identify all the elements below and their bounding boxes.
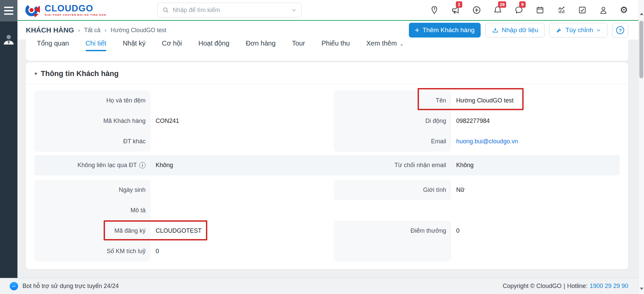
breadcrumb-item-all[interactable]: Tất cả <box>84 27 101 34</box>
help-button[interactable]: ? <box>612 23 628 38</box>
quick-add-icon[interactable] <box>472 5 481 15</box>
header-icons: ? 2 <box>430 5 629 15</box>
section-header-customer-info[interactable]: ▾ Thông tin Khách hàng <box>26 62 628 84</box>
tab-tong-quan[interactable]: Tổng quan <box>37 40 69 51</box>
breadcrumb-bar: KHÁCH HÀNG › Tất cả › Hường CloudGO test… <box>17 21 644 40</box>
settings-gear-icon[interactable]: ⚙ <box>620 5 629 15</box>
wrench-icon <box>556 27 562 33</box>
profile-person-icon[interactable] <box>599 5 608 15</box>
notifications-bell-icon[interactable]: 28 <box>493 5 502 15</box>
vertical-scrollbar[interactable] <box>638 0 644 294</box>
field-value-ten: Hường CloudGO test <box>451 90 620 111</box>
sidebar <box>0 0 17 278</box>
calendar-icon[interactable] <box>535 5 545 15</box>
customer-fields-grid: Họ và tên đệm Tên Hường CloudGO test Mã … <box>34 90 620 262</box>
search-scope-chevron-icon[interactable] <box>291 7 297 13</box>
cloudgo-logo[interactable]: CLOUDGO GIẢI PHÁP CHUYỂN ĐỔI SỐ TINH GỌN <box>24 2 106 18</box>
field-label: Di động <box>334 111 451 131</box>
hamburger-menu-icon[interactable] <box>0 0 17 21</box>
download-icon <box>492 27 499 34</box>
breadcrumb-module[interactable]: KHÁCH HÀNG <box>26 26 74 34</box>
main-area: CLOUDGO GIẢI PHÁP CHUYỂN ĐỔI SỐ TINH GỌN <box>17 0 644 278</box>
section-divider <box>26 84 628 84</box>
field-value: 0982277984 <box>451 111 620 131</box>
field-label: Điểm thưởng <box>334 221 451 262</box>
support-bot-launcher[interactable]: Bot hỗ trợ sử dụng trực tuyến 24/24 <box>9 282 119 291</box>
field-label: Mô tả <box>34 200 151 221</box>
tab-tour[interactable]: Tour <box>292 40 305 51</box>
field-value: Không <box>451 155 620 175</box>
search-icon <box>162 7 169 13</box>
cloudgo-logo-icon <box>24 2 41 18</box>
field-value <box>151 200 319 221</box>
footer-divider: | <box>564 283 565 290</box>
field-label: Tên <box>334 90 451 111</box>
user-avatar[interactable] <box>3 33 15 45</box>
field-label: Mã đăng ký <box>34 221 151 241</box>
tab-hoat-dong[interactable]: Hoạt động <box>199 40 229 51</box>
chevron-down-icon <box>596 28 601 33</box>
field-value <box>151 180 319 200</box>
field-value: 0 <box>151 241 319 262</box>
checkin-location-icon[interactable]: ? <box>430 5 439 15</box>
announcements-badge: 2 <box>456 1 462 8</box>
messages-badge: 9 <box>519 1 526 8</box>
breadcrumb-separator: › <box>104 26 106 34</box>
customize-button[interactable]: Tùy chỉnh <box>549 23 607 38</box>
support-bot-label: Bot hỗ trợ sử dụng trực tuyến 24/24 <box>22 283 119 290</box>
tab-don-hang[interactable]: Đơn hàng <box>246 40 276 51</box>
field-label: Từ chối nhận email <box>334 155 451 175</box>
tab-nhat-ky[interactable]: Nhật ký <box>123 40 146 51</box>
record-actions: + Thêm Khách hàng Nhập dữ liệu Tùy chỉnh <box>409 23 629 38</box>
customize-label: Tùy chỉnh <box>566 26 593 34</box>
field-label: Họ và tên đệm <box>34 90 151 111</box>
scrollbar-down-arrow[interactable] <box>640 288 643 290</box>
info-icon[interactable]: i <box>139 162 146 168</box>
tab-phieu-thu[interactable]: Phiếu thu <box>321 40 350 51</box>
add-customer-button[interactable]: + Thêm Khách hàng <box>409 23 481 38</box>
logo-tagline: GIẢI PHÁP CHUYỂN ĐỔI SỐ TINH GỌN <box>45 13 106 16</box>
reports-chart-icon[interactable] <box>556 5 566 15</box>
field-value: CON241 <box>151 111 319 131</box>
footer: Bot hỗ trợ sử dụng trực tuyến 24/24 Copy… <box>0 278 644 294</box>
notifications-badge: 28 <box>498 1 506 8</box>
tab-co-hoi[interactable]: Cơ hội <box>162 40 182 51</box>
field-value <box>151 90 319 111</box>
field-value: 0 <box>451 221 620 262</box>
breadcrumb-separator: › <box>78 26 80 34</box>
field-label: ĐT khác <box>34 131 151 152</box>
scrollbar-up-arrow[interactable] <box>640 13 643 15</box>
breadcrumb-item-record: Hường CloudGO test <box>111 27 166 34</box>
hotline-link[interactable]: 1900 29 29 90 <box>590 283 628 290</box>
field-label: Không liên lạc qua ĐT i <box>34 155 151 175</box>
field-label: Email <box>334 131 451 152</box>
tab-xem-them[interactable]: Xem thêm⌄ <box>366 40 404 51</box>
import-data-button[interactable]: Nhập dữ liệu <box>485 23 545 38</box>
content-area: Tổng quan Chi tiết Nhật ký Cơ hội Hoạt đ… <box>17 40 644 278</box>
field-value: Không <box>151 155 319 175</box>
field-label: Mã Khách hàng <box>34 111 151 131</box>
logo-name: CLOUDGO <box>45 4 106 13</box>
field-value-ma-dang-ky: CLOUDGOTEST <box>151 221 319 241</box>
customer-info-card: ▾ Thông tin Khách hàng Họ và tên đệm Tên… <box>26 62 628 269</box>
tasks-checkbox-icon[interactable] <box>578 5 587 15</box>
collapse-caret-icon: ▾ <box>35 71 37 77</box>
record-tabs-card: Tổng quan Chi tiết Nhật ký Cơ hội Hoạt đ… <box>26 40 628 61</box>
announcements-megaphone-icon[interactable]: 2 <box>451 5 460 15</box>
field-value-email: huong.bui@cloudgo.vn <box>451 131 620 152</box>
import-data-label: Nhập dữ liệu <box>502 26 538 34</box>
field-value <box>151 131 319 152</box>
global-search[interactable] <box>157 3 302 17</box>
footer-copyright: Copyright © CloudGO | Hotline: 1900 29 2… <box>503 283 628 290</box>
tab-chi-tiet[interactable]: Chi tiết <box>86 40 106 51</box>
field-label: Ngày sinh <box>34 180 151 200</box>
messenger-icon <box>9 282 18 291</box>
plus-icon: + <box>415 27 420 33</box>
record-tabs: Tổng quan Chi tiết Nhật ký Cơ hội Hoạt đ… <box>26 40 628 51</box>
field-label: Giới tính <box>334 180 451 200</box>
chevron-down-icon: ⌄ <box>399 41 404 47</box>
messages-chat-icon[interactable]: 9 <box>514 5 524 15</box>
search-input[interactable] <box>173 7 287 14</box>
email-link[interactable]: huong.bui@cloudgo.vn <box>456 138 518 145</box>
scrollbar-thumb[interactable] <box>639 21 643 78</box>
